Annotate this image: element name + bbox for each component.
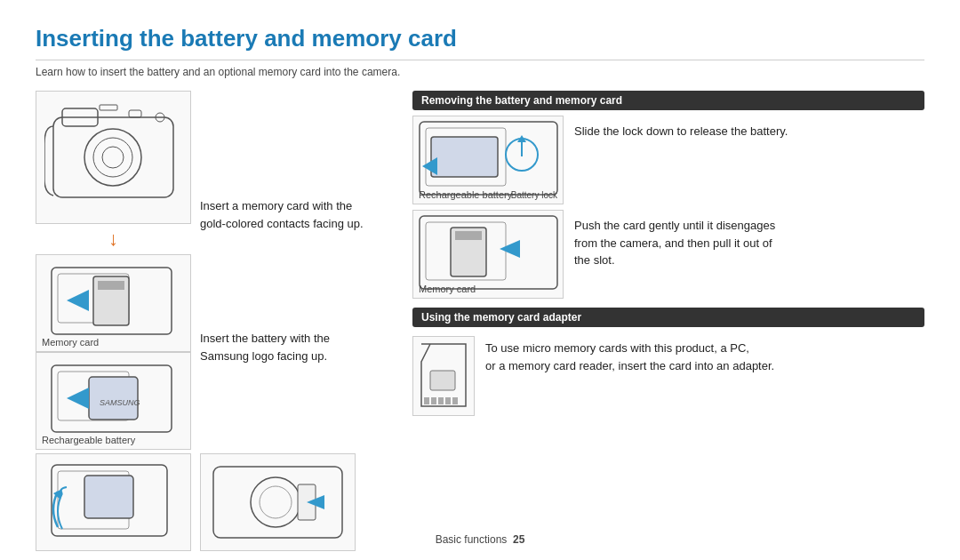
removing-battery-image: Rechargeable battery Battery lock (412, 116, 564, 204)
svg-rect-29 (431, 137, 498, 177)
svg-marker-38 (500, 240, 520, 258)
page-number: 25 (513, 533, 524, 546)
memory-card-label: Memory card (42, 337, 99, 348)
arrow-down-icon: ↓ (36, 228, 191, 251)
svg-text:SAMSUNG: SAMSUNG (100, 398, 140, 407)
svg-rect-44 (445, 397, 451, 404)
svg-rect-34 (420, 216, 557, 289)
removing-card-text: Push the card gently until it disengages… (574, 210, 775, 269)
svg-rect-11 (98, 281, 124, 290)
adapter-section-header: Using the memory card adapter (412, 308, 924, 327)
removing-battery-text: Slide the lock down to release the batte… (574, 116, 788, 140)
rechargeable-battery-right-label: Rechargeable battery (419, 189, 512, 200)
removing-section: Removing the battery and memory card (412, 91, 924, 299)
step-text-block: Insert a memory card with the gold-color… (200, 91, 378, 364)
svg-rect-45 (452, 397, 458, 404)
svg-rect-42 (431, 397, 436, 404)
subtitle: Learn how to insert the battery and an o… (36, 66, 924, 78)
memory-card-step-image: Memory card (36, 254, 191, 352)
svg-rect-41 (424, 397, 429, 404)
page-title: Inserting the battery and memory card (36, 25, 924, 60)
removing-card-row: Memory card Push the card gently until i… (412, 210, 924, 299)
removing-card-image: Memory card (412, 210, 564, 299)
step2-text: Insert the battery with the Samsung logo… (200, 330, 378, 364)
adapter-text: To use micro memory cards with this prod… (485, 336, 774, 374)
svg-marker-12 (67, 290, 89, 311)
footer-text: Basic functions (436, 533, 508, 546)
battery-lock-label: Battery lock (511, 190, 557, 200)
svg-point-4 (102, 147, 124, 168)
adapter-row: To use micro memory cards with this prod… (412, 336, 924, 416)
adapter-image (412, 336, 475, 416)
svg-rect-7 (100, 105, 117, 110)
svg-rect-37 (455, 231, 482, 240)
right-column: Removing the battery and memory card (412, 91, 924, 553)
rechargeable-battery-label: Rechargeable battery (42, 435, 135, 445)
camera-image (36, 91, 191, 224)
svg-marker-33 (422, 157, 437, 175)
memory-card-right-label: Memory card (419, 284, 476, 294)
svg-point-23 (251, 477, 300, 527)
svg-rect-40 (430, 371, 455, 390)
svg-point-3 (93, 138, 132, 177)
removing-section-header: Removing the battery and memory card (412, 91, 924, 110)
svg-rect-20 (84, 476, 133, 518)
svg-marker-17 (67, 388, 89, 409)
left-column: ↓ Memory card (36, 91, 391, 553)
adapter-section: Using the memory card adapter (412, 308, 924, 416)
step1-text: Insert a memory card with the gold-color… (200, 197, 378, 232)
svg-rect-5 (129, 110, 141, 117)
svg-point-24 (260, 486, 292, 518)
footer: Basic functions 25 (0, 533, 960, 546)
battery-step-image: SAMSUNG Rechargeable battery (36, 352, 191, 450)
removing-battery-row: Rechargeable battery Battery lock Slide … (412, 116, 924, 204)
svg-rect-43 (438, 397, 444, 404)
